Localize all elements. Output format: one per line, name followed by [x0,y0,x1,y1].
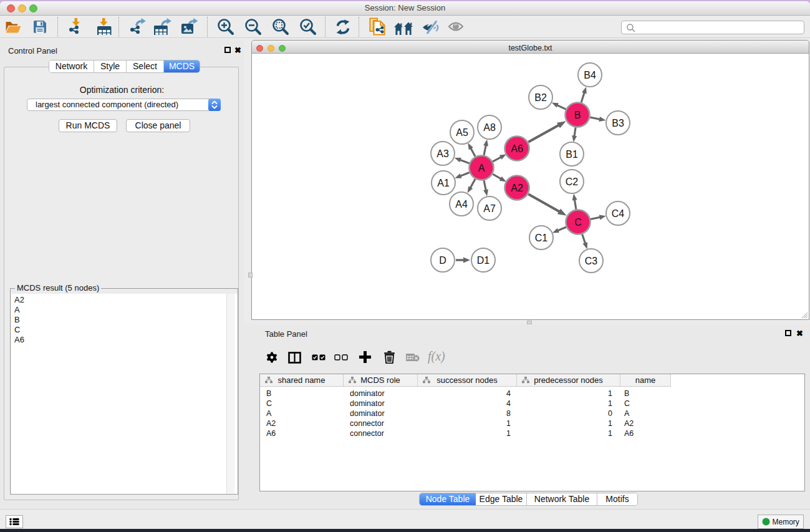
svg-text:C: C [574,217,582,228]
svg-text:A3: A3 [436,148,449,159]
svg-text:D1: D1 [477,255,490,266]
svg-text:A7: A7 [483,203,496,214]
svg-text:A1: A1 [437,178,450,188]
svg-text:B: B [574,110,581,120]
svg-text:B1: B1 [566,149,578,160]
svg-text:B4: B4 [584,70,596,80]
svg-text:A4: A4 [455,199,468,210]
svg-text:B3: B3 [612,118,624,128]
svg-text:A8: A8 [483,122,496,133]
svg-text:D: D [439,255,446,266]
svg-text:C3: C3 [585,256,598,266]
svg-text:A: A [478,163,485,173]
svg-text:A5: A5 [456,127,468,138]
svg-text:C1: C1 [535,233,548,243]
svg-text:B2: B2 [534,92,547,103]
svg-text:A2: A2 [511,183,523,193]
svg-text:C2: C2 [566,177,579,187]
svg-text:C4: C4 [612,208,625,219]
svg-text:A6: A6 [511,143,523,154]
